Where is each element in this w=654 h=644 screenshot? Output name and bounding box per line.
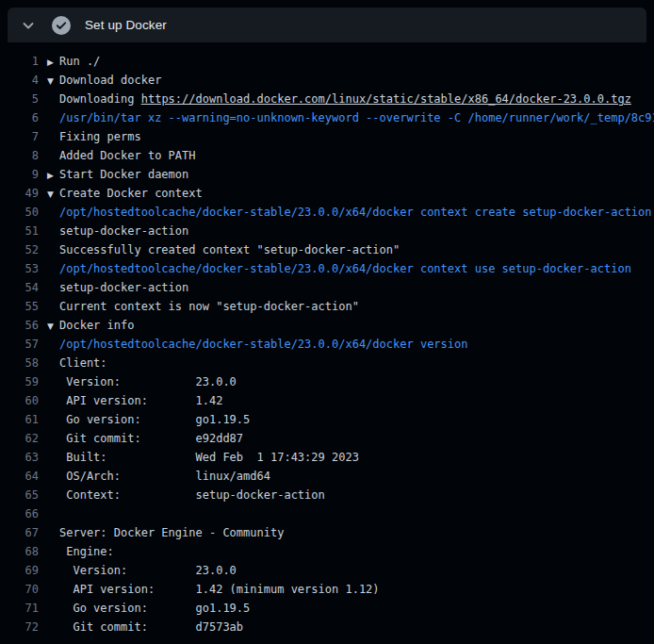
line-number[interactable]: 65	[0, 486, 39, 504]
log-text: Downloading https://download.docker.com/…	[59, 90, 631, 108]
line-number[interactable]: 64	[0, 467, 39, 486]
line-number[interactable]: 69	[0, 561, 39, 580]
line-number[interactable]: 55	[0, 297, 39, 316]
log-line: 50/opt/hostedtoolcache/docker-stable/23.…	[0, 203, 654, 222]
line-number[interactable]: 70	[0, 580, 39, 599]
log-command-text: /usr/bin/tar xz --warning=no-unknown-key…	[59, 108, 654, 127]
log-line: 4▼Download docker	[0, 71, 654, 90]
log-line: 71 Go version: go1.19.5	[0, 599, 654, 618]
line-number[interactable]: 63	[0, 448, 39, 467]
log-text: Context: setup-docker-action	[59, 486, 325, 504]
log-group-title: Create Docker context	[59, 187, 203, 200]
group-expanded-icon: ▼	[47, 72, 59, 91]
log-group-title: Run ./	[59, 55, 100, 68]
log-text: Git commit: d7573ab	[59, 618, 243, 636]
line-number[interactable]: 7	[0, 127, 39, 146]
chevron-down-icon[interactable]	[21, 18, 36, 33]
log-line: 58Client:	[0, 354, 654, 372]
log-line: 7Fixing perms	[0, 127, 654, 146]
log-line: 54setup-docker-action	[0, 278, 654, 297]
line-number[interactable]: 61	[0, 410, 39, 429]
line-number[interactable]: 66	[0, 504, 39, 523]
log-text: setup-docker-action	[59, 222, 188, 240]
log-line: 65 Context: setup-docker-action	[0, 486, 654, 504]
log-text: Server: Docker Engine - Community	[59, 523, 284, 542]
log-text: Version: 23.0.0	[59, 372, 237, 391]
log-text: OS/Arch: linux/amd64	[59, 467, 270, 486]
log-text: Client:	[59, 354, 107, 372]
log-text-prefix: Downloading	[59, 92, 141, 106]
log-text: Go version: go1.19.5	[59, 599, 250, 618]
line-number[interactable]: 51	[0, 222, 39, 240]
step-title: Set up Docker	[85, 18, 167, 32]
log-group-toggle[interactable]: ▶Run ./	[47, 52, 100, 71]
line-number[interactable]: 68	[0, 542, 39, 561]
log-text: Go version: go1.19.5	[59, 410, 250, 429]
log-text: Current context is now "setup-docker-act…	[59, 297, 359, 316]
log-group-toggle[interactable]: ▶Start Docker daemon	[47, 165, 188, 184]
log-line: 49▼Create Docker context	[0, 184, 654, 203]
log-text: Fixing perms	[59, 127, 141, 146]
log-group-title: Start Docker daemon	[59, 168, 188, 181]
line-number[interactable]: 56	[0, 316, 39, 335]
log-line: 69 Version: 23.0.0	[0, 561, 654, 580]
line-number[interactable]: 49	[0, 184, 39, 203]
log-line: 66	[0, 504, 654, 523]
log-group-toggle[interactable]: ▼Download docker	[47, 71, 161, 90]
log-line: 9▶Start Docker daemon	[0, 165, 654, 184]
check-circle-icon	[52, 16, 71, 35]
line-number[interactable]: 62	[0, 429, 39, 448]
log-line: 68 Engine:	[0, 542, 654, 561]
line-number[interactable]: 72	[0, 618, 39, 636]
log-group-toggle[interactable]: ▼Docker info	[47, 316, 134, 335]
line-number[interactable]: 6	[0, 108, 39, 127]
log-line: 6/usr/bin/tar xz --warning=no-unknown-ke…	[0, 108, 654, 127]
step-header[interactable]: Set up Docker	[8, 8, 646, 42]
log-line: 61 Go version: go1.19.5	[0, 410, 654, 429]
log-line: 59 Version: 23.0.0	[0, 372, 654, 391]
line-number[interactable]: 67	[0, 523, 39, 542]
log: 1▶Run ./4▼Download docker5Downloading ht…	[0, 42, 654, 636]
log-text: setup-docker-action	[59, 278, 188, 297]
log-group-toggle[interactable]: ▼Create Docker context	[47, 184, 203, 203]
line-number[interactable]: 59	[0, 372, 39, 391]
log-line: 63 Built: Wed Feb 1 17:43:29 2023	[0, 448, 654, 467]
log-text: API version: 1.42	[59, 391, 222, 410]
log-line: 70 API version: 1.42 (minimum version 1.…	[0, 580, 654, 599]
log-line: 53/opt/hostedtoolcache/docker-stable/23.…	[0, 259, 654, 278]
line-number[interactable]: 71	[0, 599, 39, 618]
log-group-title: Docker info	[59, 319, 134, 332]
line-number[interactable]: 54	[0, 278, 39, 297]
line-number[interactable]: 4	[0, 71, 39, 90]
log-line: 72 Git commit: d7573ab	[0, 618, 654, 636]
log-text: Version: 23.0.0	[59, 561, 237, 580]
log-line: 60 API version: 1.42	[0, 391, 654, 410]
log-line: 56▼Docker info	[0, 316, 654, 335]
line-number[interactable]: 50	[0, 203, 39, 222]
log-line: 1▶Run ./	[0, 52, 654, 71]
log-command-text: /opt/hostedtoolcache/docker-stable/23.0.…	[59, 335, 467, 354]
line-number[interactable]: 53	[0, 259, 39, 278]
line-number[interactable]: 58	[0, 354, 39, 372]
log-text: Successfully created context "setup-dock…	[59, 240, 400, 259]
log-line: 51setup-docker-action	[0, 222, 654, 240]
log-text: Built: Wed Feb 1 17:43:29 2023	[59, 448, 359, 467]
group-collapsed-icon: ▶	[47, 166, 59, 185]
log-group-title: Download docker	[59, 74, 161, 87]
line-number[interactable]: 9	[0, 165, 39, 184]
log-line: 55Current context is now "setup-docker-a…	[0, 297, 654, 316]
download-url-link[interactable]: https://download.docker.com/linux/static…	[141, 92, 631, 106]
log-line: 5Downloading https://download.docker.com…	[0, 90, 654, 108]
line-number[interactable]: 60	[0, 391, 39, 410]
log-line: 57/opt/hostedtoolcache/docker-stable/23.…	[0, 335, 654, 354]
line-number[interactable]: 57	[0, 335, 39, 354]
line-number[interactable]: 1	[0, 52, 39, 71]
line-number[interactable]: 52	[0, 240, 39, 259]
line-number[interactable]: 8	[0, 146, 39, 165]
line-number[interactable]: 5	[0, 90, 39, 108]
group-expanded-icon: ▼	[47, 317, 59, 336]
log-line: 62 Git commit: e92dd87	[0, 429, 654, 448]
log-text: API version: 1.42 (minimum version 1.12)	[59, 580, 380, 599]
group-expanded-icon: ▼	[47, 185, 59, 204]
log-text: Added Docker to PATH	[59, 146, 196, 165]
